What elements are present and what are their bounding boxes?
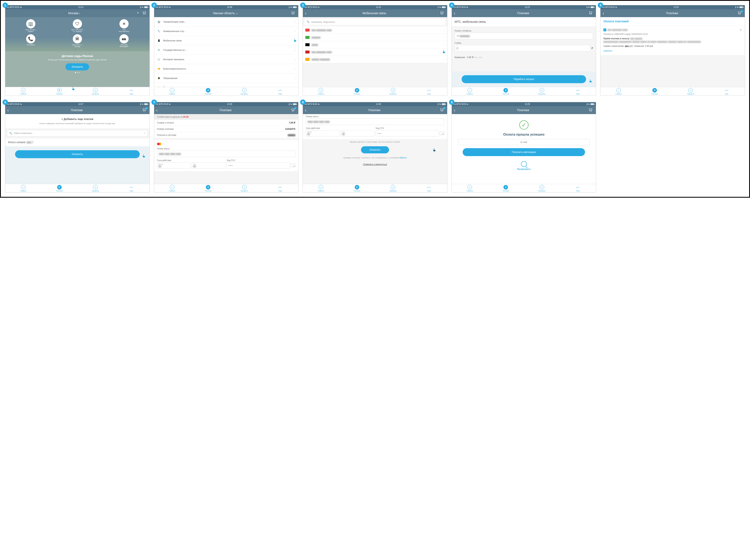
cart-icon[interactable]: 1 bbox=[142, 108, 147, 112]
provider-tile[interactable]: 🏛МУП «РЦ» г. о. Мытищи bbox=[71, 34, 84, 48]
tab-profile[interactable]: ☺Профиль bbox=[77, 87, 113, 96]
category-item[interactable]: 🎓Образование› bbox=[154, 74, 298, 83]
get-receipt-button[interactable]: Получить квитанцию bbox=[462, 148, 585, 156]
tab-profile[interactable]: ☺Профиль bbox=[524, 184, 560, 192]
cart-icon[interactable] bbox=[440, 11, 445, 16]
tab-profile[interactable]: ☺Профиль bbox=[375, 184, 411, 192]
tab-home[interactable]: ⌂Главное bbox=[600, 87, 636, 96]
terms-link[interactable]: оферты bbox=[399, 157, 407, 159]
tab-more[interactable]: •••Еще bbox=[113, 87, 149, 96]
sum-input[interactable]: ▮ bbox=[455, 45, 590, 51]
location-picker[interactable]: Омская область ⌄ bbox=[160, 12, 291, 15]
tab-payments[interactable]: ₽Платежи bbox=[339, 87, 375, 96]
category-item[interactable]: 💳Погашение кредитов› bbox=[154, 83, 298, 87]
category-item[interactable]: 🔧Коммунальные слу...› bbox=[154, 26, 298, 36]
cart-icon[interactable]: 1 bbox=[440, 108, 445, 112]
category-item[interactable]: 🤝Благотворительность› bbox=[154, 64, 298, 74]
tab-payments[interactable]: ₽Платежи bbox=[637, 87, 673, 96]
magnify-icon[interactable] bbox=[521, 161, 527, 167]
provider-tile[interactable]: 📞Ростелеком bbox=[24, 34, 37, 48]
tab-payments[interactable]: ₽Платежи bbox=[41, 87, 77, 96]
tab-more[interactable]: •••Еще bbox=[411, 184, 447, 192]
tab-home[interactable]: ⌂Главное bbox=[452, 184, 488, 192]
category-item[interactable]: 🏛Государственные ус...› bbox=[154, 45, 298, 55]
tab-more[interactable]: •••Еще bbox=[113, 184, 149, 192]
back-icon[interactable]: ‹ bbox=[156, 108, 160, 112]
year-input[interactable]: Год▮▮ bbox=[341, 130, 374, 137]
phone-input[interactable]: +7 ▮▮▮▮▮▮▮▮ bbox=[455, 33, 593, 39]
tab-profile[interactable]: ☺Профиль bbox=[226, 87, 262, 96]
tab-payments[interactable]: ₽Платежи bbox=[488, 87, 524, 96]
cancel-link[interactable]: Отменить и вернуться bbox=[303, 161, 447, 168]
add-payment-link[interactable]: + Добавить еще платеж bbox=[8, 118, 147, 121]
month-input[interactable]: Месяц▮▮ bbox=[157, 162, 191, 169]
provider-item[interactable]: ▮▮▮▮▮▮ ▮▮▮▮▮▮▮▮› bbox=[303, 56, 447, 63]
tab-more[interactable]: •••Еще bbox=[411, 87, 447, 96]
card-number-input[interactable]: ▮▮▮▮ ▮▮▮▮ ▮▮▮▮ ▮▮▮▮ bbox=[157, 151, 296, 157]
proceed-button[interactable]: Перейти к оплате bbox=[461, 75, 586, 83]
tab-payments[interactable]: ₽Платежи bbox=[190, 87, 226, 96]
tab-home[interactable]: ⌂Главное bbox=[154, 87, 190, 96]
tab-payments[interactable]: ₽Платежи bbox=[190, 184, 226, 192]
pay-button[interactable]: Оплатить bbox=[15, 150, 139, 158]
tab-home[interactable]: ⌂Главное bbox=[303, 184, 339, 192]
cart-icon[interactable]: 1 bbox=[291, 108, 296, 112]
tab-payments[interactable]: ₽Платежи bbox=[488, 184, 524, 192]
tab-more[interactable]: •••Еще bbox=[560, 184, 596, 192]
checkbox[interactable]: ✓ bbox=[604, 28, 606, 32]
search-input[interactable]: 🔍Например, Водоканал bbox=[304, 19, 446, 25]
tab-more[interactable]: •••Еще bbox=[262, 87, 298, 96]
tab-profile[interactable]: ☺Профиль bbox=[226, 184, 262, 192]
card-number-input[interactable]: ▮▮▮▮ ▮▮▮▮ ▮▮▮▮ ▮▮▮▮ bbox=[306, 119, 444, 125]
cart-icon[interactable] bbox=[142, 11, 147, 16]
pay-button[interactable]: Оплатить bbox=[65, 63, 89, 70]
back-icon[interactable]: ‹ bbox=[454, 108, 458, 112]
provider-item[interactable]: ▮▮▮▮▮› bbox=[303, 41, 447, 48]
month-input[interactable]: Месяц▮▮ bbox=[306, 130, 339, 137]
tab-more[interactable]: •••Еще bbox=[560, 87, 596, 96]
provider-item[interactable]: ▮▮▮ ▮▮▮▮▮▮▮▮ ▮▮▮▮› bbox=[303, 26, 447, 34]
tab-profile[interactable]: ☺Профиль bbox=[375, 87, 411, 96]
tab-home[interactable]: ⌂Главное bbox=[303, 87, 339, 96]
tab-home[interactable]: ⌂Главное bbox=[5, 87, 41, 96]
email-input[interactable] bbox=[458, 139, 590, 145]
tab-home[interactable]: ⌂Главное bbox=[154, 184, 190, 192]
cart-icon[interactable] bbox=[291, 11, 296, 16]
provider-tile[interactable]: ☀ООО «МособлЕИРЦ» bbox=[118, 19, 130, 33]
tab-more[interactable]: •••Еще bbox=[709, 87, 745, 96]
view-link[interactable]: Посмотреть bbox=[452, 168, 596, 170]
provider-tile[interactable]: 🏘ООО «ИЖ ЖилСервис» bbox=[118, 34, 130, 48]
tab-payments[interactable]: ₽Платежи bbox=[339, 184, 375, 192]
tab-profile[interactable]: ☺Профиль bbox=[673, 87, 709, 96]
back-icon[interactable]: ‹ bbox=[305, 108, 309, 112]
back-icon[interactable]: ‹ bbox=[305, 11, 309, 15]
provider-tile[interactable]: 🛡МУП «ИРЦ ЖКХ» Г.О. Подольск bbox=[71, 19, 84, 33]
provider-item[interactable]: ▮▮▮ ▮▮▮▮▮▮▮▮ ▮▮▮▮ bbox=[303, 48, 447, 56]
cart-icon[interactable] bbox=[588, 11, 594, 16]
tab-home[interactable]: ⌂Главное bbox=[5, 184, 41, 192]
back-icon[interactable]: ‹ bbox=[603, 11, 607, 15]
provider-item[interactable]: ▮▮▮▮▮▮▮› bbox=[303, 34, 447, 41]
pay-button[interactable]: Оплатить bbox=[361, 146, 389, 153]
search-icon[interactable]: 🔍 bbox=[137, 12, 140, 15]
back-icon[interactable]: ‹ bbox=[454, 11, 458, 15]
category-item[interactable]: 📱Мобильная связь bbox=[154, 36, 298, 45]
year-input[interactable]: Год▮▮ bbox=[192, 162, 225, 169]
cvv-input[interactable]: • • • bbox=[376, 130, 439, 137]
cvv-input[interactable]: • • • bbox=[227, 162, 290, 169]
tab-payments[interactable]: ₽Платежи bbox=[41, 184, 77, 192]
location-picker[interactable]: Москва › bbox=[12, 12, 137, 15]
tab-profile[interactable]: ☺Профиль bbox=[524, 87, 560, 96]
category-item[interactable]: 🛒Интернет-магазины› bbox=[154, 55, 298, 64]
tab-more[interactable]: •••Еще bbox=[262, 184, 298, 192]
edit-link[interactable]: изменить bbox=[604, 50, 613, 52]
clear-icon[interactable]: ✕ bbox=[144, 132, 145, 134]
search-company-input[interactable]: 🔍Найти компанию...✕ bbox=[7, 130, 148, 137]
category-item[interactable]: 🏢Управляющие комп...› bbox=[154, 17, 298, 26]
provider-tile[interactable]: 🏢ООО «МонАрх-Сервис» bbox=[24, 19, 37, 33]
back-icon[interactable]: ‹ bbox=[7, 108, 12, 112]
trash-icon[interactable]: 🗑 bbox=[740, 28, 742, 32]
cart-icon[interactable]: 1 bbox=[737, 11, 743, 16]
cart-icon[interactable] bbox=[588, 108, 594, 112]
tab-home[interactable]: ⌂Главное bbox=[452, 87, 488, 96]
